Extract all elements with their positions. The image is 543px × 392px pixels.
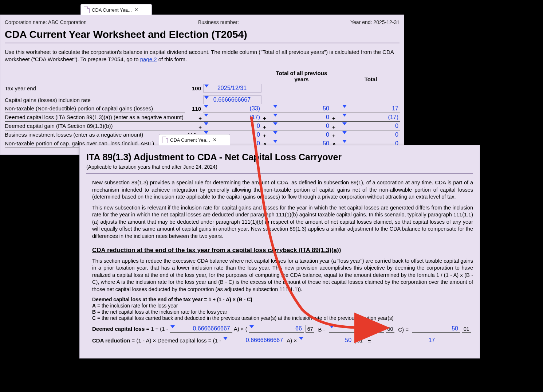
col-header-previous: Total of all previous years	[272, 70, 331, 84]
tab-label: CDA Current Yea...	[170, 137, 210, 143]
field-C[interactable]: 50	[329, 325, 384, 333]
field-tax-year-end[interactable]: 2025/12/31	[203, 84, 261, 93]
legend-B: B = the net capital loss at the inclusio…	[92, 309, 473, 315]
section-title: ITA 89(1.3) Adjustment to CDA - Net Capi…	[86, 152, 473, 162]
subsection-heading: CDA reduction at the end of the tax year…	[92, 247, 473, 254]
close-icon[interactable]: ×	[134, 7, 139, 13]
field-nontax-c3[interactable]: 17	[342, 105, 400, 113]
section-subtitle: (Applicable to taxation years that end a…	[86, 164, 473, 170]
divider	[5, 43, 400, 43]
paragraph-3: This section applies to reduce the exces…	[92, 258, 473, 293]
row-tax-year-end: Tax year end	[5, 85, 185, 93]
document-icon	[84, 7, 90, 13]
field-D[interactable]: 50	[298, 336, 354, 344]
formula-heading: Deemed capital loss at the end of the ta…	[92, 297, 473, 302]
field-result-1: 50	[412, 325, 460, 333]
close-icon[interactable]: ×	[212, 137, 217, 143]
page-title: CDA Current Year Worksheet and Election …	[5, 29, 400, 40]
business-number-label: Business number:	[198, 19, 239, 25]
field-deemed-gain-c1[interactable]: 0	[203, 122, 261, 130]
field-bil-c3[interactable]: 0	[342, 131, 400, 139]
corp-name: Corporation name: ABC Corporation	[5, 19, 87, 25]
legend-C: C = the net capital loss carried back an…	[92, 315, 473, 321]
year-end: Year end: 2025-12-31	[350, 19, 400, 25]
document-icon	[162, 137, 168, 143]
field-deemed-gain-c2[interactable]: 0	[272, 122, 331, 130]
intro-text: Use this worksheet to calculate the corp…	[5, 48, 400, 63]
field-B-cents: 67	[306, 325, 315, 333]
paragraph-1: New subsection 89(1.3) provides a specia…	[92, 179, 473, 201]
page-2-link[interactable]: page 2	[140, 56, 157, 62]
panel-cda-worksheet: Corporation name: ABC Corporation Busine…	[0, 15, 404, 155]
field-D-cents: 01	[355, 337, 364, 344]
field-nontax-c1[interactable]: (33)	[203, 105, 261, 113]
field-deemed-loss-c1[interactable]: (17)	[203, 113, 261, 122]
row-deemed-gain: Deemed capital gain (ITA Section 89(1.3)…	[5, 122, 185, 130]
calc-cda-reduction: CDA reduction = (1 - A) × Deemed capital…	[92, 336, 473, 344]
tab-cda-current-year-1[interactable]: CDA Current Yea... ×	[80, 4, 152, 15]
field-A[interactable]: 0.6666666667	[170, 325, 232, 333]
col-header-total: Total	[342, 76, 400, 84]
field-result-2: 17	[374, 336, 437, 344]
field-result-1-cents: 01	[462, 325, 471, 333]
field-deemed-loss-c3[interactable]: (17)	[342, 113, 400, 122]
row-deemed-loss: Deemed capital loss (ITA Section 89(1.3)…	[5, 113, 185, 122]
row-bil: Business investment losses (enter as a n…	[5, 130, 185, 139]
field-bil-c2[interactable]: 0	[272, 131, 331, 139]
row-nontaxable-portion: Non-taxable (Non-deductible) portion of …	[5, 104, 185, 113]
divider	[86, 173, 473, 174]
field-deemed-loss-c2[interactable]: 0	[272, 113, 331, 122]
field-A2[interactable]: 0.6666666667	[223, 336, 285, 344]
calc-deemed-capital-loss: Deemed capital loss = 1 ÷ (1 - 0.6666666…	[92, 325, 473, 333]
tab-label: CDA Current Yea...	[92, 7, 132, 13]
tab-cda-current-year-2[interactable]: CDA Current Yea... ×	[159, 134, 230, 145]
row-inclusion-rate: Capital gains (losses) inclusion rate	[5, 96, 185, 104]
field-B[interactable]: 66	[249, 325, 304, 333]
field-inclusion-rate[interactable]: 0.6666666667	[203, 95, 261, 104]
field-C-cents: 00	[386, 325, 395, 333]
panel-ita-adjustment: ITA 89(1.3) Adjustment to CDA - Net Capi…	[79, 145, 480, 358]
legend-A: A = the inclusion rate for the loss year	[92, 303, 473, 309]
paragraph-2: This new subsection is relevant if the i…	[92, 204, 473, 240]
field-nontax-c2[interactable]: 50	[272, 105, 331, 113]
field-deemed-gain-c3[interactable]: 0	[342, 122, 400, 130]
